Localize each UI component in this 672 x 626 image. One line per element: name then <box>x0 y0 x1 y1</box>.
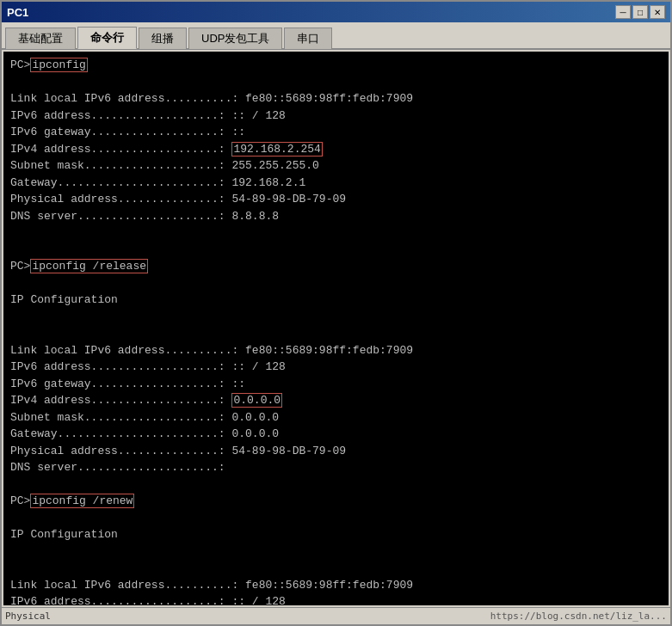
status-bar: Physical https://blog.csdn.net/liz_la... <box>2 607 670 624</box>
tab-minglingxing[interactable]: 命令行 <box>77 27 137 49</box>
minimize-button[interactable]: ─ <box>615 5 631 19</box>
title-bar: PC1 ─ □ ✕ <box>2 2 670 22</box>
tab-udp[interactable]: UDP发包工具 <box>188 28 282 49</box>
status-left: Physical <box>5 611 51 622</box>
window-controls: ─ □ ✕ <box>615 5 665 19</box>
tabs-row: 基础配置 命令行 组播 UDP发包工具 串口 <box>2 22 670 50</box>
maximize-button[interactable]: □ <box>632 5 648 19</box>
tab-jichupeizhi[interactable]: 基础配置 <box>5 28 76 49</box>
main-window: PC1 ─ □ ✕ 基础配置 命令行 组播 UDP发包工具 串口 PC>ipco… <box>0 0 672 626</box>
tab-chuankou[interactable]: 串口 <box>284 28 332 49</box>
close-button[interactable]: ✕ <box>650 5 665 19</box>
window-title: PC1 <box>7 6 28 19</box>
terminal[interactable]: PC>ipconfig Link local IPv6 address.....… <box>3 52 669 605</box>
tab-zubo[interactable]: 组播 <box>139 28 187 49</box>
terminal-container: PC>ipconfig Link local IPv6 address.....… <box>2 50 670 607</box>
status-right: https://blog.csdn.net/liz_la... <box>490 611 667 622</box>
